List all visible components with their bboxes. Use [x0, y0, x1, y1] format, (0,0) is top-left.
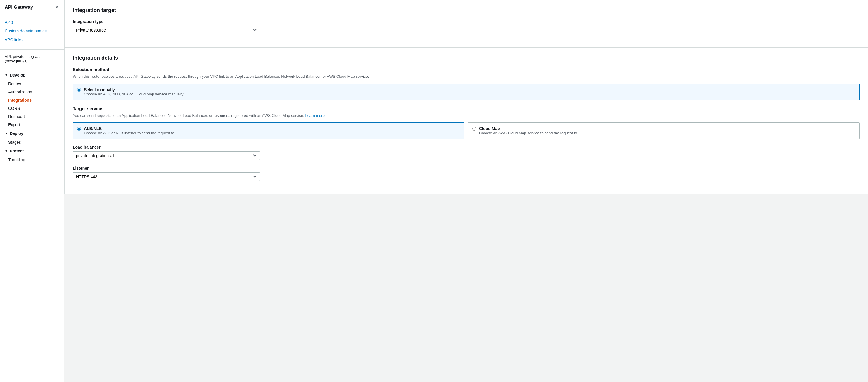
alb-nlb-title: ALB/NLB [84, 126, 175, 131]
sidebar-item-custom-domain[interactable]: Custom domain names [0, 27, 64, 35]
target-service-field: Target service You can send requests to … [73, 106, 860, 139]
chevron-down-icon-protect: ▼ [5, 149, 8, 153]
integration-type-select[interactable]: Private resource HTTP Lambda Mock AWS se… [73, 26, 260, 34]
target-service-description: You can send requests to an Application … [73, 113, 860, 119]
cloud-map-desc: Choose an AWS Cloud Map service to send … [479, 131, 578, 135]
select-manually-text: Select manually Choose an ALB, NLB, or A… [84, 87, 184, 96]
sidebar-section-protect-label: Protect [10, 149, 24, 153]
select-manually-radio[interactable] [77, 88, 81, 92]
sidebar-item-integrations[interactable]: Integrations [0, 96, 64, 104]
integration-type-label: Integration type [73, 19, 860, 24]
sidebar-top-nav: APIs Custom domain names VPC links [0, 15, 64, 47]
close-button[interactable]: × [54, 4, 59, 10]
cloud-map-radio[interactable] [472, 127, 476, 131]
alb-nlb-card[interactable]: ALB/NLB Choose an ALB or NLB listener to… [73, 122, 464, 139]
integration-type-field: Integration type Private resource HTTP L… [73, 19, 860, 34]
select-manually-desc: Choose an ALB, NLB, or AWS Cloud Map ser… [84, 92, 184, 96]
sidebar-item-apis[interactable]: APIs [0, 18, 64, 27]
sidebar-item-routes[interactable]: Routes [0, 80, 64, 88]
cloud-map-card[interactable]: Cloud Map Choose an AWS Cloud Map servic… [468, 122, 860, 139]
integration-details-title: Integration details [73, 55, 860, 61]
chevron-down-icon-deploy: ▼ [5, 132, 8, 135]
sidebar-section-develop[interactable]: ▼ Develop [0, 70, 64, 80]
sidebar-item-authorization[interactable]: Authorization [0, 88, 64, 96]
cloud-map-title: Cloud Map [479, 126, 578, 131]
sidebar-item-vpc-links[interactable]: VPC links [0, 35, 64, 44]
select-manually-title: Select manually [84, 87, 184, 92]
sidebar-item-throttling[interactable]: Throttling [0, 156, 64, 164]
sidebar-item-export[interactable]: Export [0, 121, 64, 129]
integration-target-title: Integration target [73, 7, 860, 13]
sidebar-protect-items: Throttling [0, 156, 64, 164]
sidebar-title: API Gateway [5, 5, 33, 10]
chevron-down-icon: ▼ [5, 73, 8, 77]
sidebar-item-reimport[interactable]: Reimport [0, 113, 64, 121]
sidebar-section-deploy-label: Deploy [10, 131, 23, 136]
sidebar-section-develop-label: Develop [10, 73, 25, 77]
sidebar-header: API Gateway × [0, 0, 64, 15]
sidebar-item-stages[interactable]: Stages [0, 138, 64, 146]
learn-more-link[interactable]: Learn more [305, 113, 324, 118]
sidebar-item-cors[interactable]: CORS [0, 104, 64, 113]
listener-field: Listener HTTPS 443 HTTP 80 [73, 166, 860, 181]
sidebar: API Gateway × APIs Custom domain names V… [0, 0, 64, 382]
sidebar-section-deploy[interactable]: ▼ Deploy [0, 129, 64, 138]
sidebar-section-protect[interactable]: ▼ Protect [0, 146, 64, 156]
sidebar-develop-items: Routes Authorization Integrations CORS R… [0, 80, 64, 129]
target-service-label: Target service [73, 106, 860, 111]
integration-details-panel: Integration details Selection method Whe… [64, 47, 868, 194]
selection-method-label: Selection method [73, 67, 860, 72]
alb-nlb-radio[interactable] [77, 127, 81, 131]
selection-method-field: Selection method When this route receive… [73, 67, 860, 100]
cloud-map-text: Cloud Map Choose an AWS Cloud Map servic… [479, 126, 578, 135]
listener-select[interactable]: HTTPS 443 HTTP 80 [73, 172, 260, 181]
target-service-options: ALB/NLB Choose an ALB or NLB listener to… [73, 122, 860, 139]
load-balancer-label: Load balancer [73, 145, 860, 150]
select-manually-card[interactable]: Select manually Choose an ALB, NLB, or A… [73, 84, 860, 100]
sidebar-divider-2 [0, 68, 64, 68]
alb-nlb-text: ALB/NLB Choose an ALB or NLB listener to… [84, 126, 175, 135]
load-balancer-select[interactable]: private-integration-alb [73, 151, 260, 160]
listener-label: Listener [73, 166, 860, 170]
sidebar-api-label: API: private-integra... (obwvqurbyk) [0, 52, 64, 65]
load-balancer-field: Load balancer private-integration-alb [73, 145, 860, 160]
main-content: Integration target Integration type Priv… [64, 0, 868, 382]
integration-target-panel: Integration target Integration type Priv… [64, 0, 868, 47]
sidebar-deploy-items: Stages [0, 138, 64, 146]
selection-method-description: When this route receives a request, API … [73, 73, 860, 79]
alb-nlb-desc: Choose an ALB or NLB listener to send th… [84, 131, 175, 135]
